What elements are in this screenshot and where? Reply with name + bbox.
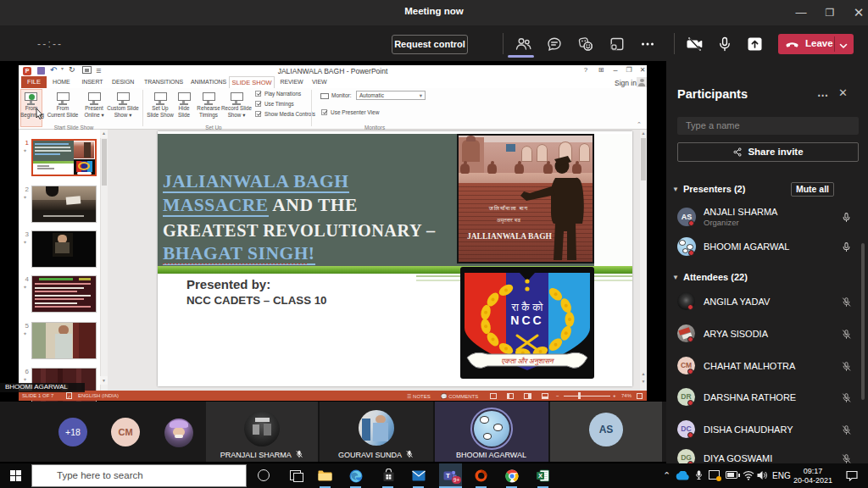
svg-text:रा कै को: रा कै को [511, 301, 543, 313]
svg-text:X: X [538, 472, 542, 480]
svg-text:एकता और अनुशासन: एकता और अनुशासन [501, 357, 554, 366]
svg-text:NCC: NCC [510, 313, 543, 327]
svg-text:T: T [446, 472, 450, 480]
